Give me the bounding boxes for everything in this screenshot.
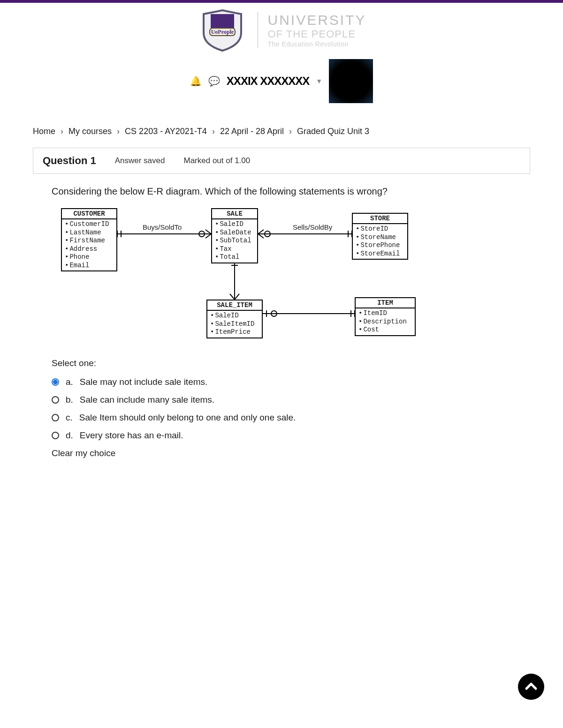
brand-line1: UNIVERSITY — [267, 12, 366, 28]
breadcrumb: Home › My courses › CS 2203 - AY2021-T4 … — [33, 127, 530, 136]
site-header: UoPeople UNIVERSITY OF THE PEOPLE The Ed… — [0, 3, 563, 113]
attr: ItemID — [358, 309, 412, 318]
chevron-right-icon: › — [212, 127, 215, 136]
attr: StoreID — [356, 225, 404, 233]
option-letter: a. — [66, 377, 73, 387]
radio-icon[interactable] — [52, 432, 59, 439]
radio-icon[interactable] — [52, 414, 59, 421]
option-d[interactable]: d. Every store has an e-mail. — [52, 430, 530, 441]
answer-options: a. Sale may not include sale items. b. S… — [52, 377, 530, 441]
attr: Description — [358, 318, 412, 326]
clear-choice-link[interactable]: Clear my choice — [52, 448, 530, 458]
attr: SaleItemID — [210, 320, 259, 329]
attr: StorePhone — [356, 241, 404, 250]
select-one-label: Select one: — [52, 358, 530, 368]
rel-buys: Buys/SoldTo — [141, 223, 183, 231]
user-name[interactable]: XXXIX XXXXXXX — [227, 75, 309, 88]
question-number: Question 1 — [43, 155, 96, 167]
entity-title: STORE — [353, 214, 407, 224]
attr: StoreName — [356, 233, 404, 242]
chevron-down-icon[interactable]: ▼ — [316, 77, 322, 85]
entity-title: SALE_ITEM — [207, 300, 262, 311]
chat-icon[interactable]: 💬 — [208, 75, 220, 87]
main-content: Home › My courses › CS 2203 - AY2021-T4 … — [0, 127, 563, 487]
option-text: Every store has an e-mail. — [80, 430, 183, 441]
chevron-right-icon: › — [289, 127, 292, 136]
attr: Phone — [65, 253, 114, 262]
crumb-home[interactable]: Home — [33, 127, 55, 136]
brand-line2: OF THE PEOPLE — [267, 28, 366, 40]
crumb-mycourses[interactable]: My courses — [68, 127, 112, 136]
brand-text: UNIVERSITY OF THE PEOPLE The Education R… — [258, 12, 366, 48]
option-c[interactable]: c. Sale Item should only belong to one a… — [52, 413, 530, 423]
question-prompt: Considering the below E-R diagram. Which… — [52, 186, 530, 197]
svg-rect-0 — [211, 14, 234, 28]
svg-text:UoPeople: UoPeople — [211, 29, 234, 35]
attr: Cost — [358, 326, 412, 334]
attr: Tax — [215, 245, 254, 254]
option-text: Sale can include many sale items. — [80, 395, 214, 405]
user-bar: 🔔 💬 XXXIX XXXXXXX ▼ — [190, 59, 373, 103]
chevron-right-icon: › — [117, 127, 120, 136]
attr: SaleDate — [215, 229, 254, 237]
brand-block: UoPeople UNIVERSITY OF THE PEOPLE The Ed… — [197, 8, 366, 53]
entity-title: ITEM — [356, 298, 415, 308]
entity-store: STORE StoreID StoreName StorePhone Store… — [352, 213, 408, 260]
entity-sale: SALE SaleID SaleDate SubTotal Tax Total — [211, 208, 258, 263]
bell-icon[interactable]: 🔔 — [190, 75, 202, 87]
entity-saleitem: SALE_ITEM SaleID SaleItemID ItemPrice — [206, 300, 263, 338]
radio-icon[interactable] — [52, 378, 59, 386]
option-text: Sale Item should only belong to one and … — [79, 413, 296, 423]
logo-shield-icon: UoPeople — [197, 8, 248, 53]
attr: CustomerID — [65, 220, 114, 229]
option-a[interactable]: a. Sale may not include sale items. — [52, 377, 530, 387]
chevron-right-icon: › — [61, 127, 63, 136]
crumb-course[interactable]: CS 2203 - AY2021-T4 — [125, 127, 207, 136]
option-letter: c. — [66, 413, 73, 423]
brand-line3: The Education Revolution — [267, 40, 366, 48]
question-card: Question 1 Answer saved Marked out of 1.… — [33, 148, 530, 174]
er-diagram: CUSTOMER CustomerID LastName FirstName A… — [61, 208, 427, 339]
option-text: Sale may not include sale items. — [80, 377, 207, 387]
attr: SaleID — [215, 220, 254, 229]
attr: Email — [65, 262, 114, 270]
attr: Total — [215, 253, 254, 262]
avatar[interactable] — [329, 59, 373, 103]
attr: LastName — [65, 229, 114, 237]
entity-customer: CUSTOMER CustomerID LastName FirstName A… — [61, 208, 117, 271]
crumb-quiz[interactable]: Graded Quiz Unit 3 — [297, 127, 369, 136]
option-letter: b. — [66, 395, 73, 405]
option-b[interactable]: b. Sale can include many sale items. — [52, 395, 530, 405]
question-marks: Marked out of 1.00 — [183, 156, 250, 165]
attr: FirstName — [65, 237, 114, 245]
radio-icon[interactable] — [52, 396, 59, 404]
entity-item: ITEM ItemID Description Cost — [355, 297, 416, 336]
attr: Address — [65, 245, 114, 254]
entity-title: SALE — [212, 209, 257, 219]
attr: SaleID — [210, 312, 259, 320]
entity-title: CUSTOMER — [62, 209, 116, 219]
rel-sells: Sells/SoldBy — [291, 223, 334, 231]
option-letter: d. — [66, 430, 73, 441]
attr: StoreEmail — [356, 250, 404, 258]
attr: ItemPrice — [210, 328, 259, 337]
question-status: Answer saved — [115, 156, 165, 165]
crumb-week[interactable]: 22 April - 28 April — [220, 127, 284, 136]
attr: SubTotal — [215, 237, 254, 245]
